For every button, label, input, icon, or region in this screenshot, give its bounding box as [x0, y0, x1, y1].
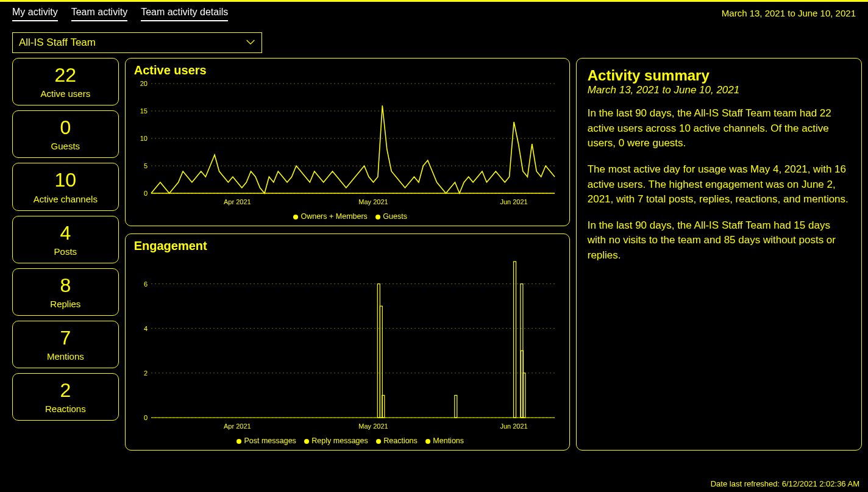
- stat-value: 4: [15, 223, 116, 244]
- stat-value: 0: [15, 117, 116, 138]
- charts-column: Active users 05101520Apr 2021May 2021Jun…: [125, 58, 570, 451]
- legend-dot-icon: [304, 439, 309, 444]
- tab-team-activity[interactable]: Team activity: [71, 7, 127, 21]
- footer-refreshed: Date last refreshed: 6/12/2021 2:02:36 A…: [711, 479, 859, 488]
- legend-label: Reactions: [383, 437, 418, 445]
- legend-dot-icon: [237, 439, 241, 444]
- svg-text:Jun 2021: Jun 2021: [500, 422, 527, 430]
- stat-card-posts[interactable]: 4 Posts: [12, 216, 119, 263]
- summary-panel: Activity summary March 13, 2021 to June …: [576, 58, 862, 451]
- stat-card-reactions[interactable]: 2 Reactions: [12, 373, 119, 421]
- stat-card-mentions[interactable]: 7 Mentions: [12, 321, 119, 368]
- stat-label: Active users: [15, 88, 116, 99]
- stat-label: Reactions: [15, 404, 116, 414]
- team-select-value: All-IS Staff Team: [19, 37, 96, 49]
- tab-team-activity-details[interactable]: Team activity details: [141, 7, 228, 21]
- chart-title: Engagement: [134, 239, 561, 253]
- legend-dot-icon: [375, 215, 380, 219]
- stat-value: 2: [15, 380, 116, 401]
- stat-value: 7: [15, 327, 116, 349]
- svg-text:20: 20: [140, 80, 147, 87]
- stat-column: 22 Active users 0 Guests 10 Active chann…: [12, 58, 119, 451]
- chart-card-active-users: Active users 05101520Apr 2021May 2021Jun…: [125, 58, 570, 226]
- team-select-dropdown[interactable]: All-IS Staff Team: [12, 32, 262, 53]
- svg-text:5: 5: [144, 162, 148, 169]
- svg-text:15: 15: [140, 107, 147, 115]
- svg-text:Apr 2021: Apr 2021: [224, 422, 251, 430]
- chart-card-engagement: Engagement 0246Apr 2021May 2021Jun 2021 …: [125, 234, 570, 451]
- stat-label: Guests: [15, 141, 116, 151]
- summary-paragraph: The most active day for usage was May 4,…: [588, 162, 850, 207]
- stat-value: 10: [15, 169, 116, 191]
- svg-text:6: 6: [144, 280, 148, 288]
- stat-value: 8: [15, 275, 116, 296]
- legend-label: Owners + Members: [301, 212, 367, 221]
- legend-dot-icon: [293, 215, 298, 219]
- stat-label: Mentions: [15, 351, 116, 362]
- svg-text:4: 4: [144, 325, 148, 332]
- legend-label: Post messages: [244, 437, 296, 445]
- legend-label: Guests: [383, 212, 407, 221]
- legend-dot-icon: [376, 439, 381, 444]
- legend-dot-icon: [425, 439, 430, 444]
- stat-card-guests[interactable]: 0 Guests: [12, 110, 119, 158]
- stat-card-replies[interactable]: 8 Replies: [12, 268, 119, 316]
- svg-text:2: 2: [144, 369, 148, 377]
- chevron-down-icon: [246, 37, 255, 49]
- svg-rect-32: [521, 351, 523, 418]
- summary-date-range: March 13, 2021 to June 10, 2021: [588, 84, 850, 96]
- svg-text:May 2021: May 2021: [358, 422, 388, 430]
- legend-label: Reply messages: [311, 437, 368, 445]
- svg-text:May 2021: May 2021: [358, 198, 388, 205]
- chart-title: Active users: [134, 63, 561, 77]
- legend-label: Mentions: [433, 437, 464, 445]
- chart-legend: Post messages Reply messages Reactions M…: [134, 437, 561, 445]
- summary-paragraph: In the last 90 days, the All-IS Staff Te…: [588, 106, 850, 151]
- tabs-row: My activity Team activity Team activity …: [0, 1, 868, 25]
- svg-text:0: 0: [144, 414, 148, 421]
- stat-card-active-users[interactable]: 22 Active users: [12, 58, 119, 105]
- stat-value: 22: [15, 65, 116, 86]
- summary-paragraph: In the last 90 days, the All-IS Staff Te…: [588, 218, 850, 263]
- stat-label: Posts: [15, 246, 116, 257]
- svg-text:10: 10: [140, 135, 147, 142]
- tab-my-activity[interactable]: My activity: [12, 7, 58, 21]
- svg-rect-29: [380, 306, 382, 418]
- svg-text:0: 0: [144, 190, 148, 197]
- chart-engagement[interactable]: 0246Apr 2021May 2021Jun 2021: [134, 255, 561, 434]
- stat-label: Active channels: [15, 194, 116, 204]
- stat-label: Replies: [15, 299, 116, 309]
- stat-card-active-channels[interactable]: 10 Active channels: [12, 163, 119, 210]
- chart-legend: Owners + Members Guests: [134, 212, 561, 221]
- svg-text:Apr 2021: Apr 2021: [224, 198, 251, 205]
- chart-active-users[interactable]: 05101520Apr 2021May 2021Jun 2021: [134, 80, 561, 210]
- svg-text:Jun 2021: Jun 2021: [500, 198, 527, 205]
- date-range-top: March 13, 2021 to June 10, 2021: [722, 8, 856, 18]
- summary-title: Activity summary: [588, 67, 850, 84]
- svg-rect-27: [455, 395, 457, 418]
- svg-rect-28: [513, 262, 516, 418]
